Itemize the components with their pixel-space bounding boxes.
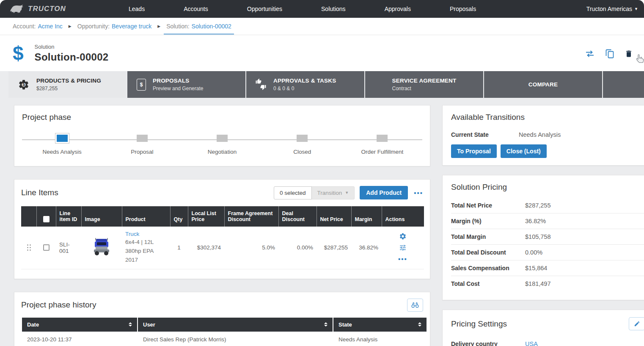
add-product-button[interactable]: Add Product	[360, 186, 408, 199]
breadcrumb-link-solution[interactable]: Solution-00002	[192, 23, 231, 30]
edit-pricing-settings-button[interactable]	[629, 317, 644, 330]
sort-icon	[324, 322, 328, 327]
pricing-value: 36.82%	[525, 218, 546, 224]
tab-subtitle: $287,255	[36, 86, 101, 91]
product-link[interactable]: Truck	[125, 231, 139, 237]
step-marker	[57, 135, 68, 142]
tab-title: APPROVALS & TASKS	[273, 78, 336, 84]
pricing-label: Total Net Price	[451, 202, 525, 209]
breadcrumb-link-opportunity[interactable]: Beverage truck	[112, 23, 151, 30]
tab-bar: $ PRODUCTS & PRICING $287,255 $ PROPOSAL…	[8, 71, 644, 98]
solution-pricing-title: Solution Pricing	[451, 183, 644, 192]
step-closed[interactable]: Closed	[262, 135, 342, 155]
pricing-label: Total Cost	[451, 280, 525, 287]
breadcrumb-label: Solution:	[166, 23, 189, 30]
step-needs-analysis[interactable]: Needs Analysis	[22, 135, 102, 155]
swap-icon[interactable]	[585, 50, 595, 58]
row-overflow-dots-icon[interactable]: •••	[398, 255, 407, 263]
current-state-label: Current State	[451, 131, 519, 138]
tab-proposals[interactable]: $ PROPOSALS Preview and Generate	[127, 71, 245, 98]
image-cell	[81, 227, 122, 269]
pricing-value: $181,497	[525, 280, 550, 287]
history-user-cell: Direct Sales Rep (Patrick Morris)	[138, 332, 333, 346]
line-items-table: Line item ID Image Product Qty Local Lis…	[21, 206, 424, 269]
pricing-label: Margin (%)	[451, 218, 525, 224]
row-checkbox[interactable]	[43, 244, 50, 251]
to-proposal-button[interactable]: To Proposal	[451, 144, 497, 158]
tab-service-agreement[interactable]: SERVICE AGREEMENT Contract	[365, 71, 483, 98]
step-marker	[297, 135, 308, 142]
tab-approvals-tasks[interactable]: APPROVALS & TASKS 0 & 0 & 0	[246, 71, 364, 98]
actions-cell: •••	[382, 227, 424, 269]
tab-title: PROPOSALS	[153, 78, 203, 84]
tab-compare[interactable]: COMPARE	[484, 71, 602, 98]
history-state-cell: Needs Analysis	[333, 332, 427, 346]
col-frame-agreement-discount: Frame Agreement Discount	[224, 206, 278, 227]
view-history-button[interactable]	[407, 299, 423, 312]
history-table: Date User State	[21, 318, 427, 346]
nav-item-opportunities[interactable]: Opportunities	[247, 6, 282, 12]
page-header: $ Solution Solution-00002	[0, 35, 644, 71]
brand-name: TRUCTON	[28, 5, 66, 13]
step-negotiation[interactable]: Negotiation	[182, 135, 262, 155]
selected-count: 0 selected	[274, 186, 312, 199]
overflow-dots-icon[interactable]: •••	[414, 189, 423, 197]
tune-icon[interactable]	[399, 244, 407, 252]
nav-item-accounts[interactable]: Accounts	[184, 6, 208, 12]
nav-item-approvals[interactable]: Approvals	[385, 6, 411, 12]
current-state-value: Needs Analysis	[519, 131, 561, 138]
breadcrumb: Account: Acme Inc ▶ Opportunity: Beverag…	[0, 18, 644, 35]
select-cell	[36, 227, 56, 269]
col-state[interactable]: State	[333, 318, 427, 332]
nav-item-leads[interactable]: Leads	[129, 6, 145, 12]
tab-stub	[603, 71, 644, 98]
step-label: Proposal	[131, 149, 153, 155]
delete-icon[interactable]	[625, 49, 633, 58]
col-date[interactable]: Date	[22, 318, 137, 332]
breadcrumb-solution: Solution: Solution-00002	[166, 18, 231, 35]
nav-item-proposals[interactable]: Proposals	[450, 6, 476, 12]
tab-products-pricing[interactable]: $ PRODUCTS & PRICING $287,255	[8, 71, 127, 98]
nav-item-solutions[interactable]: Solutions	[321, 6, 346, 12]
pricing-label: Sales Compensation	[451, 265, 525, 271]
binoculars-icon	[411, 302, 419, 308]
project-phase-title: Project phase	[22, 113, 422, 122]
pricing-label: Total Deal Discount	[451, 249, 525, 256]
transition-dropdown[interactable]: Transition ▼	[312, 186, 355, 199]
drag-cell	[21, 227, 36, 269]
pricing-row: Total Margin $105,758	[451, 229, 644, 244]
step-label: Order Fulfillment	[361, 149, 404, 155]
product-description: 6x4-4 | 12L 380hp EPA 2017	[125, 238, 167, 265]
pricing-value: $287,255	[525, 202, 550, 209]
tab-title: PRODUCTS & PRICING	[36, 78, 101, 84]
sort-icon	[418, 322, 421, 327]
gear-icon[interactable]	[399, 233, 407, 240]
copy-icon[interactable]	[605, 49, 614, 59]
tab-title: COMPARE	[528, 81, 558, 88]
qty-cell: 1	[170, 227, 188, 269]
margin-cell: 36.82%	[351, 227, 382, 269]
drag-handle-icon[interactable]	[27, 244, 31, 251]
close-lost-button[interactable]: Close (Lost)	[501, 144, 547, 158]
step-order-fulfillment[interactable]: Order Fulfillment	[342, 135, 422, 155]
col-line-item-id: Line item ID	[56, 206, 81, 227]
available-transitions-title: Available Transitions	[451, 113, 644, 122]
select-all-checkbox[interactable]	[43, 216, 50, 222]
line-items-card: Line Items 0 selected Transition ▼ Add P…	[14, 179, 430, 279]
history-title: Project phase history	[21, 300, 96, 310]
region-label: Tructon Americas	[586, 6, 632, 12]
step-proposal[interactable]: Proposal	[102, 135, 182, 155]
delivery-country-link[interactable]: USA	[525, 340, 538, 346]
breadcrumb-link-account[interactable]: Acme Inc	[38, 23, 62, 30]
col-net-price: Net Price	[316, 206, 351, 227]
top-nav: TRUCTON Leads Accounts Opportunities Sol…	[0, 0, 644, 18]
pricing-label: Total Margin	[451, 233, 525, 240]
brand[interactable]: TRUCTON	[10, 4, 99, 14]
step-marker	[137, 135, 148, 142]
breadcrumb-arrow-icon: ▶	[69, 24, 72, 28]
table-row: SLI-001	[21, 227, 424, 269]
truck-image	[90, 237, 113, 257]
col-user[interactable]: User	[138, 318, 333, 332]
document-dollar-icon: $	[137, 79, 146, 91]
region-selector[interactable]: Tructon Americas ▼	[586, 6, 638, 12]
